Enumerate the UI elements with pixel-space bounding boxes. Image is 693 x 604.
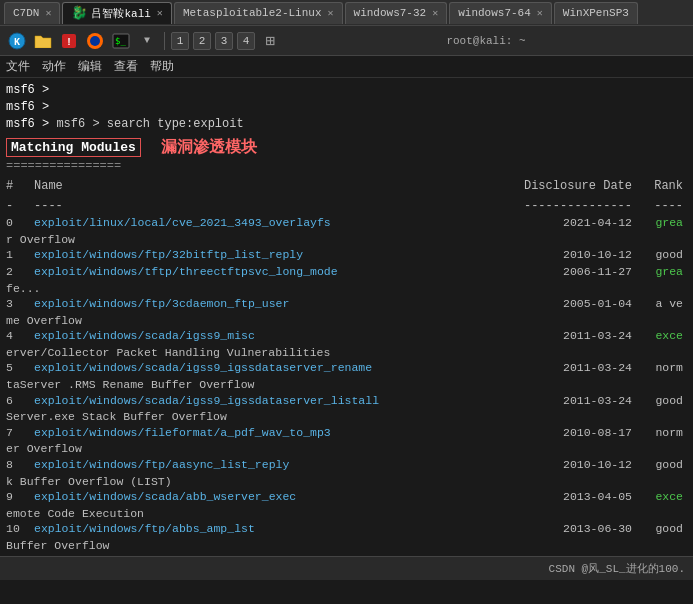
tab-c7dn[interactable]: C7DN ✕ [4, 2, 60, 24]
col-header-rank: Rank [632, 177, 687, 195]
table-row: 7 exploit/windows/fileformat/a_pdf_wav_t… [6, 425, 687, 442]
dropdown-icon[interactable]: ▼ [136, 30, 158, 52]
table-row: 0 exploit/linux/local/cve_2021_3493_over… [6, 215, 687, 232]
table-row: 9 exploit/windows/scada/abb_wserver_exec… [6, 489, 687, 506]
status-bar: CSDN @风_SL_进化的100. [0, 556, 693, 580]
tab-label: 吕智鞍kali [91, 6, 150, 21]
table-row: 8 exploit/windows/ftp/aasync_list_reply … [6, 457, 687, 474]
menu-help[interactable]: 帮助 [150, 58, 174, 75]
overflow-3: me Overflow [6, 313, 687, 329]
menu-bar: 文件 动作 编辑 查看 帮助 [0, 56, 693, 78]
cmd-line-1: msf6 > [6, 82, 687, 99]
svg-point-5 [90, 36, 100, 46]
new-tab-icon[interactable]: ⊞ [259, 30, 281, 52]
toolbar-separator [164, 32, 165, 50]
col-header-date: Disclosure Date [512, 177, 632, 195]
tab-label: C7DN [13, 7, 39, 19]
kali-icon[interactable]: K [6, 30, 28, 52]
num-btn-3[interactable]: 3 [215, 32, 233, 50]
terminal-icon[interactable]: $_ [110, 30, 132, 52]
tab-close-icon[interactable]: ✕ [432, 7, 438, 19]
menu-file[interactable]: 文件 [6, 58, 30, 75]
tab-kali[interactable]: 🐉 吕智鞍kali ✕ [62, 2, 171, 24]
tab-metasploitable[interactable]: Metasploitable2-Linux ✕ [174, 2, 343, 24]
tab-label: windows7-64 [458, 7, 531, 19]
firefox-icon[interactable] [84, 30, 106, 52]
title-center: root@kali: ~ [285, 35, 687, 47]
overflow-5: taServer .RMS Rename Buffer Overflow [6, 377, 687, 393]
tab-label: WinXPenSP3 [563, 7, 629, 19]
red-icon[interactable]: ! [58, 30, 80, 52]
table-row: 5 exploit/windows/scada/igss9_igssdatase… [6, 360, 687, 377]
num-btn-4[interactable]: 4 [237, 32, 255, 50]
cmd-line-3: msf6 > msf6 > search type:exploit [6, 116, 687, 133]
separator-row: ================ [6, 159, 687, 175]
table-row: 6 exploit/windows/scada/igss9_igssdatase… [6, 393, 687, 410]
col-header-num: # [6, 177, 34, 195]
tab-close-icon[interactable]: ✕ [328, 7, 334, 19]
tab-label: windows7-32 [354, 7, 427, 19]
menu-action[interactable]: 动作 [42, 58, 66, 75]
table-row: 4 exploit/windows/scada/igss9_misc 2011-… [6, 328, 687, 345]
tab-label: Metasploitable2-Linux [183, 7, 322, 19]
table-row: 2 exploit/windows/tftp/threectftpsvc_lon… [6, 264, 687, 281]
tab-winxp[interactable]: WinXPenSP3 [554, 2, 638, 24]
menu-view[interactable]: 查看 [114, 58, 138, 75]
table-header: # Name Disclosure Date Rank [6, 177, 687, 195]
tab-win7-64[interactable]: windows7-64 ✕ [449, 2, 552, 24]
matching-modules-label: Matching Modules [6, 138, 141, 157]
col-header-name: Name [34, 177, 512, 195]
svg-text:$_: $_ [115, 36, 126, 46]
folder-icon[interactable] [32, 30, 54, 52]
table-row: 1 exploit/windows/ftp/32bitftp_list_repl… [6, 247, 687, 264]
overflow-8: k Buffer Overflow (LIST) [6, 474, 687, 490]
num-btn-1[interactable]: 1 [171, 32, 189, 50]
tab-bar: C7DN ✕ 🐉 吕智鞍kali ✕ Metasploitable2-Linux… [0, 0, 693, 26]
overflow-0: r Overflow [6, 232, 687, 248]
svg-text:!: ! [66, 37, 72, 48]
overflow-4: erver/Collector Packet Handling Vulnerab… [6, 345, 687, 361]
svg-text:K: K [14, 37, 20, 48]
tab-icon: 🐉 [71, 5, 87, 21]
tab-win7-32[interactable]: windows7-32 ✕ [345, 2, 448, 24]
table-row: 3 exploit/windows/ftp/3cdaemon_ftp_user … [6, 296, 687, 313]
overflow-2: fe... [6, 281, 687, 297]
tab-close-icon[interactable]: ✕ [537, 7, 543, 19]
tab-close-icon[interactable]: ✕ [157, 7, 163, 19]
status-text: CSDN @风_SL_进化的100. [549, 561, 685, 576]
table-row: 10 exploit/windows/ftp/abbs_amp_lst 2013… [6, 521, 687, 538]
menu-edit[interactable]: 编辑 [78, 58, 102, 75]
table-header-sep: - ---- --------------- ---- [6, 197, 687, 215]
tab-close-icon[interactable]: ✕ [45, 7, 51, 19]
num-btn-2[interactable]: 2 [193, 32, 211, 50]
overflow-10: Buffer Overflow [6, 538, 687, 554]
annotation-text: 漏洞渗透模块 [161, 137, 257, 158]
overflow-7: er Overflow [6, 441, 687, 457]
terminal: msf6 > msf6 > msf6 > msf6 > search type:… [0, 78, 693, 580]
toolbar: K ! $_ ▼ 1 2 3 4 ⊞ root@kali: ~ [0, 26, 693, 56]
overflow-9: emote Code Execution [6, 506, 687, 522]
cmd-line-2: msf6 > [6, 99, 687, 116]
overflow-6: Server.exe Stack Buffer Overflow [6, 409, 687, 425]
